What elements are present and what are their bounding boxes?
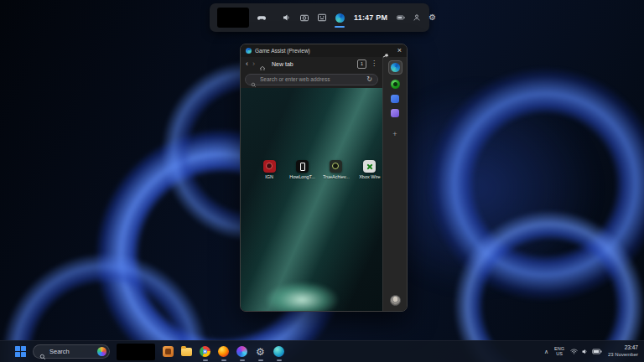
system-tray: ∧ ENG US 23:47 23 November (544, 344, 638, 358)
redacted-taskbar-item[interactable] (117, 344, 155, 360)
taskbar-app-edge[interactable] (273, 345, 285, 358)
shortcut-label: TrueAchiev... (323, 174, 350, 179)
tab-counter[interactable]: 1 (357, 59, 366, 69)
taskbar-app-firefox[interactable] (217, 345, 230, 358)
chrome-icon (200, 346, 210, 357)
clock-time: 23:47 (625, 344, 638, 351)
site-shortcuts: IGN HowLongT... TrueAchiev... Xbox (241, 160, 382, 179)
trueachievements-icon (330, 160, 342, 173)
windows-logo-pane (21, 352, 26, 357)
speaker-icon[interactable] (282, 13, 292, 23)
shortcut-label: IGN (265, 174, 273, 179)
taskbar-app-snip[interactable] (162, 345, 174, 358)
close-icon[interactable]: × (397, 47, 402, 54)
home-icon[interactable] (259, 60, 266, 67)
windows-logo-pane (21, 346, 26, 351)
pin-icon[interactable] (383, 46, 392, 54)
more-menu-icon[interactable]: ⋮ (371, 60, 377, 67)
blue-app-icon[interactable] (391, 95, 399, 103)
game-assist-body: ‹ › New tab 1 ⋮ Search or enter web addr… (241, 57, 407, 311)
edge-browser-icon (391, 63, 400, 72)
account-icon[interactable] (413, 13, 421, 22)
refresh-icon[interactable]: ↻ (366, 76, 372, 83)
taskbar-app-chrome[interactable] (199, 345, 211, 358)
game-bar-clock: 11:47 PM (354, 13, 387, 22)
edge-browser-icon[interactable] (335, 13, 345, 23)
language-secondary: US (556, 351, 563, 356)
volume-icon (581, 348, 589, 355)
purple-app-icon[interactable] (391, 109, 399, 117)
add-app-button[interactable]: + (392, 131, 397, 138)
clock-date: 23 November (608, 352, 638, 359)
game-assist-titlebar[interactable]: Game Assist (Preview) × (241, 44, 407, 57)
sidebar-item-edge-active[interactable] (388, 60, 402, 75)
shortcut-label: Xbox Wire (359, 174, 380, 179)
xbox-app-icon[interactable] (391, 80, 400, 89)
profile-avatar[interactable] (390, 295, 401, 306)
game-assist-window: Game Assist (Preview) × ‹ › New tab 1 ⋮ (240, 44, 408, 312)
search-highlight-icon (97, 347, 106, 356)
taskbar-search-box[interactable]: Search (33, 344, 110, 359)
shortcut-ign[interactable]: IGN (257, 160, 282, 179)
address-bar[interactable]: Search or enter web address ↻ (245, 74, 378, 85)
game-bar: 11:47 PM ⚙ (210, 3, 429, 32)
windows-logo-pane (15, 346, 20, 351)
browser-pane: ‹ › New tab 1 ⋮ Search or enter web addr… (241, 57, 382, 311)
snip-app-icon (163, 346, 174, 357)
taskbar-app-settings[interactable]: ⚙ (254, 345, 267, 358)
browser-nav-bar: ‹ › New tab 1 ⋮ (241, 57, 382, 70)
windows-logo-pane (15, 352, 20, 357)
shortcut-label: HowLongT... (289, 174, 315, 179)
search-icon (251, 76, 257, 82)
battery-icon (592, 349, 602, 354)
browser-icon (236, 346, 247, 357)
firefox-icon (218, 346, 229, 357)
search-icon (39, 349, 46, 355)
tray-expand-icon[interactable]: ∧ (544, 349, 548, 354)
howlongtobeat-icon (296, 160, 309, 173)
tray-clock[interactable]: 23:47 23 November (608, 344, 638, 358)
start-button[interactable] (15, 346, 26, 357)
taskbar-left-cluster: Search ⚙ (15, 344, 285, 360)
redacted-widget-thumbnail[interactable] (217, 8, 249, 28)
widgets-panel-icon[interactable] (317, 13, 327, 23)
xbox-wire-icon (363, 160, 376, 173)
taskbar: Search ⚙ ∧ ENG US (0, 340, 644, 362)
new-tab-page: IGN HowLongT... TrueAchiev... Xbox (241, 88, 382, 311)
shortcut-trueachievements[interactable]: TrueAchiev... (323, 160, 350, 179)
window-title: Game Assist (Preview) (255, 48, 310, 54)
wallpaper-bloom-petal (371, 128, 644, 362)
file-explorer-icon (181, 348, 192, 356)
active-tab-title: New tab (272, 61, 293, 67)
taskbar-app-browser[interactable] (236, 345, 248, 358)
search-label: Search (49, 348, 94, 355)
game-assist-sidebar: + (382, 57, 407, 311)
language-indicator[interactable]: ENG US (554, 346, 564, 357)
shortcut-xbox-wire[interactable]: Xbox Wire (357, 160, 382, 179)
settings-gear-icon[interactable]: ⚙ (428, 13, 436, 22)
back-icon[interactable]: ‹ (246, 60, 248, 68)
gamepad-icon[interactable] (257, 13, 267, 23)
forward-icon[interactable]: › (252, 60, 255, 68)
tray-status-icons[interactable] (570, 348, 602, 355)
edge-browser-icon (273, 346, 284, 357)
taskbar-app-file-explorer[interactable] (180, 345, 193, 358)
settings-gear-icon: ⚙ (256, 347, 265, 357)
pinned-apps: ⚙ (162, 345, 285, 358)
edge-logo (335, 13, 345, 23)
aurora-glow (252, 202, 371, 311)
battery-icon (397, 13, 405, 22)
address-bar-row: Search or enter web address ↻ (241, 70, 382, 88)
wifi-icon (570, 348, 578, 355)
desktop: 11:47 PM ⚙ Game Assist (Preview) × ‹ › (0, 0, 644, 362)
ign-icon (263, 160, 276, 173)
camera-capture-icon[interactable] (299, 13, 309, 23)
address-bar-placeholder: Search or enter web address (260, 76, 363, 82)
shortcut-howlongtobeat[interactable]: HowLongT... (289, 160, 315, 179)
edge-app-icon (246, 48, 252, 54)
